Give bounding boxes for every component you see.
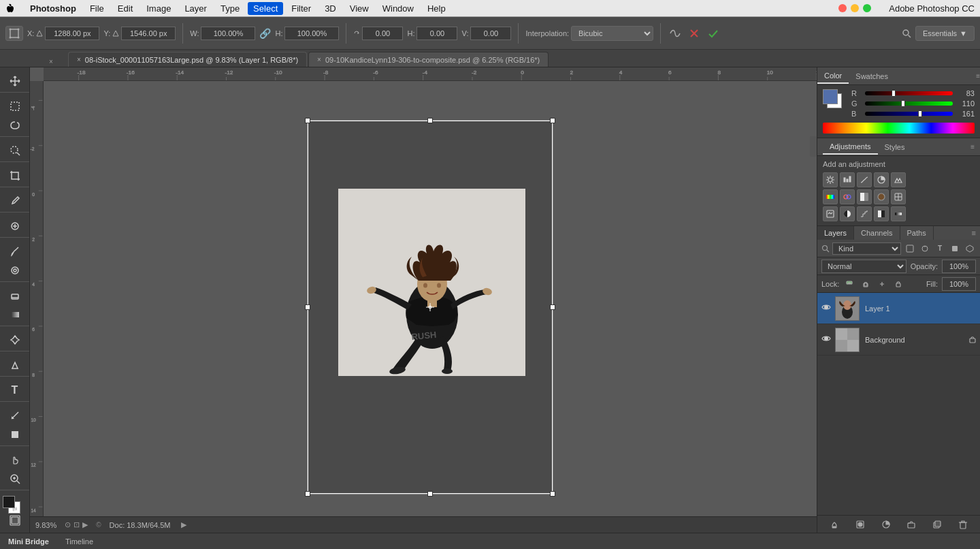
transform-handle-br[interactable] <box>550 491 555 497</box>
bw-adj-btn[interactable] <box>857 189 872 204</box>
color-lookup-adj-btn[interactable] <box>823 206 838 221</box>
transform-handle-tr[interactable] <box>550 118 555 123</box>
green-slider-track[interactable] <box>865 101 953 106</box>
green-slider-handle[interactable] <box>901 100 905 107</box>
transform-handle-bl[interactable] <box>305 491 310 497</box>
rotation-input[interactable] <box>362 27 403 40</box>
interpolation-select[interactable]: Bicubic Bicubic Smoother Bicubic Sharper… <box>571 26 653 41</box>
photo-filter-adj-btn[interactable] <box>874 189 889 204</box>
hue-sat-adj-btn[interactable] <box>823 189 838 204</box>
background-visibility-icon[interactable] <box>821 334 832 345</box>
channel-mixer-adj-btn[interactable] <box>891 189 906 204</box>
tab-1[interactable]: × 08-iStock_000011057163Large.psd @ 9.83… <box>68 52 307 67</box>
adjustments-expand[interactable]: ≡ <box>970 143 975 151</box>
x-input[interactable] <box>45 27 99 40</box>
color-spectrum[interactable] <box>823 123 975 134</box>
expand-status-icon[interactable]: ▶ <box>181 520 186 529</box>
menu-file[interactable]: File <box>84 2 110 15</box>
delete-layer-btn[interactable] <box>956 517 970 532</box>
levels-adj-btn[interactable] <box>840 172 855 187</box>
v-skew-input[interactable] <box>470 27 511 40</box>
layers-filter-adjust-icon[interactable] <box>919 242 931 255</box>
new-group-btn[interactable] <box>904 517 919 532</box>
cancel-transform-btn[interactable] <box>687 26 702 41</box>
forward-icon[interactable]: ▶ <box>82 520 88 529</box>
screen-mode-btn[interactable] <box>4 511 26 530</box>
move-tool[interactable] <box>4 72 26 91</box>
transform-handle-bm[interactable] <box>427 491 433 497</box>
transform-handle-tl[interactable] <box>305 118 310 123</box>
pen-tool[interactable] <box>4 356 26 375</box>
canvas-area[interactable]: -18 -16 -14 -12 -10 -8 -6 -4 -2 <box>30 67 817 533</box>
menu-view[interactable]: View <box>344 2 374 15</box>
panel-collapse-handle[interactable] <box>810 136 817 157</box>
exposure-adj-btn[interactable] <box>874 172 889 187</box>
layer-mask-btn[interactable] <box>853 517 868 532</box>
hand-tool[interactable] <box>4 450 26 469</box>
color-panel-expand[interactable]: ≡ <box>976 72 980 80</box>
layers-panel-menu-icon[interactable]: ≡ <box>968 226 980 240</box>
commit-transform-btn[interactable] <box>706 26 721 41</box>
timeline-tab[interactable]: Timeline <box>63 536 96 547</box>
menu-filter[interactable]: Filter <box>286 2 316 15</box>
menu-image[interactable]: Image <box>141 2 176 15</box>
menu-photoshop[interactable]: Photoshop <box>24 2 82 15</box>
search-icon[interactable] <box>902 29 911 38</box>
layers-filter-smart-icon[interactable] <box>964 242 976 255</box>
menu-layer[interactable]: Layer <box>179 2 212 15</box>
tab-2[interactable]: × 09-10KandiceLynn19-306-to-composite.ps… <box>308 52 549 67</box>
essentials-dropdown[interactable]: Essentials ▼ <box>915 26 975 41</box>
lock-image-btn[interactable] <box>860 278 872 290</box>
healing-tool[interactable] <box>4 217 26 236</box>
window-maximize[interactable] <box>863 4 871 12</box>
transform-handle-mr[interactable] <box>550 304 555 310</box>
curves-adj-btn[interactable] <box>857 172 872 187</box>
gradient-tool[interactable] <box>4 305 26 324</box>
lock-position-btn[interactable] <box>876 278 888 290</box>
threshold-adj-btn[interactable] <box>874 206 889 221</box>
gradient-map-adj-btn[interactable] <box>891 206 906 221</box>
w-input[interactable] <box>201 27 255 40</box>
paths-tab-btn[interactable]: Paths <box>900 226 934 240</box>
red-slider-handle[interactable] <box>892 90 896 97</box>
lock-all-btn[interactable] <box>892 278 904 290</box>
layers-tab-btn[interactable]: Layers <box>817 226 854 240</box>
transform-handle-ml[interactable] <box>305 304 310 310</box>
invert-adj-btn[interactable] <box>840 206 855 221</box>
mini-bridge-tab[interactable]: Mini Bridge <box>5 536 52 547</box>
red-slider-track[interactable] <box>865 91 953 95</box>
layers-filter-text-icon[interactable]: T <box>934 242 946 255</box>
menu-edit[interactable]: Edit <box>112 2 138 15</box>
new-fill-adj-btn[interactable] <box>879 517 894 532</box>
layers-filter-shape-icon[interactable] <box>949 242 961 255</box>
layer-item-background[interactable]: Background <box>817 324 980 356</box>
blur-tool[interactable] <box>4 330 26 349</box>
canvas-viewport[interactable]: RUSH <box>44 81 817 533</box>
apple-logo[interactable] <box>5 3 16 14</box>
transform-handle-tm[interactable] <box>427 118 433 123</box>
menu-help[interactable]: Help <box>422 2 451 15</box>
eyedropper-tool[interactable] <box>4 191 26 210</box>
posterize-adj-btn[interactable] <box>857 206 872 221</box>
shape-tool[interactable] <box>4 425 26 444</box>
layer-item-layer1[interactable]: Layer 1 <box>817 293 980 324</box>
brightness-adj-btn[interactable] <box>823 172 838 187</box>
fill-input[interactable] <box>942 277 976 291</box>
swap-colors-icon[interactable]: ⇄ <box>12 505 18 512</box>
layer1-visibility-icon[interactable] <box>821 302 832 314</box>
clone-stamp-tool[interactable] <box>4 261 26 280</box>
marquee-tool[interactable] <box>4 97 26 116</box>
vibrance-adj-btn[interactable] <box>891 172 906 187</box>
brush-tool[interactable] <box>4 242 26 261</box>
color-fg-preview[interactable] <box>823 89 838 104</box>
menu-select[interactable]: Select <box>248 2 283 15</box>
text-tool[interactable]: T <box>4 381 26 400</box>
canvas-document[interactable]: RUSH <box>307 120 553 495</box>
eraser-tool[interactable] <box>4 286 26 305</box>
lasso-tool[interactable] <box>4 116 26 135</box>
h-skew-input[interactable] <box>416 27 457 40</box>
y-input[interactable] <box>121 27 176 40</box>
window-close[interactable] <box>838 4 847 12</box>
info-icon[interactable]: ⊙ <box>65 520 71 529</box>
channels-tab-btn[interactable]: Channels <box>854 226 900 240</box>
